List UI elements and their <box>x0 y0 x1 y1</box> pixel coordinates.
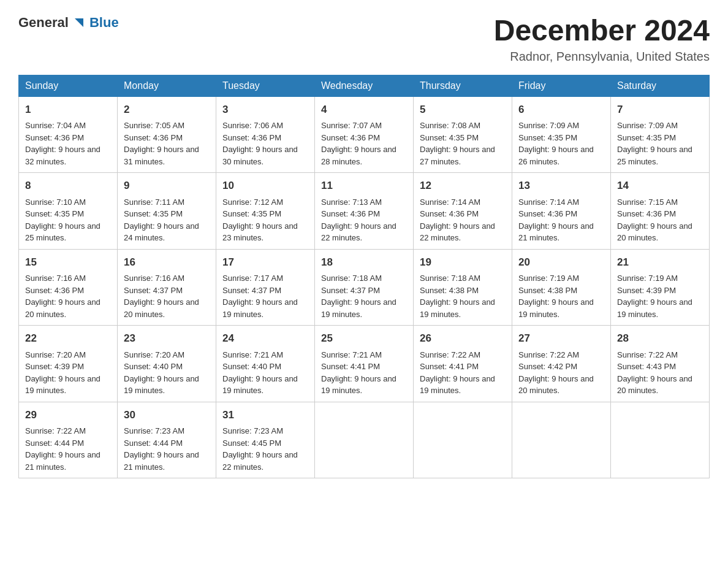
day-number: 5 <box>420 102 506 118</box>
sunset-label: Sunset: 4:42 PM <box>518 362 577 371</box>
daylight-label: Daylight: 9 hours and 22 minutes. <box>420 221 495 243</box>
page-title: December 2024 <box>494 15 710 47</box>
calendar-cell: 13 Sunrise: 7:14 AM Sunset: 4:36 PM Dayl… <box>512 173 611 250</box>
daylight-label: Daylight: 9 hours and 20 minutes. <box>25 297 100 319</box>
sunset-label: Sunset: 4:39 PM <box>617 286 676 295</box>
logo-blue-text: Blue <box>89 15 119 31</box>
sunrise-label: Sunrise: 7:22 AM <box>420 350 480 359</box>
calendar-cell: 21 Sunrise: 7:19 AM Sunset: 4:39 PM Dayl… <box>611 249 710 326</box>
sunset-label: Sunset: 4:43 PM <box>617 362 676 371</box>
subtitle: Radnor, Pennsylvania, United States <box>494 50 710 64</box>
daylight-label: Daylight: 9 hours and 31 minutes. <box>124 145 199 166</box>
day-number: 19 <box>420 255 506 270</box>
daylight-label: Daylight: 9 hours and 27 minutes. <box>420 145 495 166</box>
day-number: 11 <box>321 178 407 194</box>
day-number: 1 <box>25 102 111 118</box>
day-number: 14 <box>617 178 703 194</box>
sunset-label: Sunset: 4:35 PM <box>518 133 577 142</box>
header-wednesday: Wednesday <box>315 75 414 96</box>
day-number: 30 <box>124 407 210 423</box>
calendar-cell: 27 Sunrise: 7:22 AM Sunset: 4:42 PM Dayl… <box>512 326 611 402</box>
sunrise-label: Sunrise: 7:18 AM <box>420 274 480 283</box>
daylight-label: Daylight: 9 hours and 25 minutes. <box>25 221 100 243</box>
daylight-label: Daylight: 9 hours and 20 minutes. <box>617 374 692 396</box>
calendar-cell <box>414 402 512 478</box>
day-number: 2 <box>124 102 210 118</box>
calendar-cell: 8 Sunrise: 7:10 AM Sunset: 4:35 PM Dayli… <box>19 173 118 250</box>
calendar-cell: 24 Sunrise: 7:21 AM Sunset: 4:40 PM Dayl… <box>216 326 315 402</box>
day-number: 12 <box>420 178 506 194</box>
sunrise-label: Sunrise: 7:16 AM <box>25 274 86 283</box>
sunrise-label: Sunrise: 7:20 AM <box>124 350 184 359</box>
daylight-label: Daylight: 9 hours and 26 minutes. <box>518 145 594 166</box>
sunrise-label: Sunrise: 7:15 AM <box>617 197 678 207</box>
daylight-label: Daylight: 9 hours and 22 minutes. <box>222 450 298 472</box>
header-tuesday: Tuesday <box>216 75 315 96</box>
sunrise-label: Sunrise: 7:06 AM <box>222 121 283 130</box>
sunset-label: Sunset: 4:38 PM <box>518 286 577 295</box>
sunrise-label: Sunrise: 7:10 AM <box>25 197 86 207</box>
day-number: 10 <box>222 178 308 194</box>
sunset-label: Sunset: 4:40 PM <box>124 362 183 371</box>
sunrise-label: Sunrise: 7:18 AM <box>321 274 382 283</box>
calendar-cell <box>611 402 710 478</box>
week-row-2: 8 Sunrise: 7:10 AM Sunset: 4:35 PM Dayli… <box>19 173 710 250</box>
header-sunday: Sunday <box>19 75 118 96</box>
daylight-label: Daylight: 9 hours and 19 minutes. <box>124 374 199 396</box>
calendar-cell: 9 Sunrise: 7:11 AM Sunset: 4:35 PM Dayli… <box>118 173 216 250</box>
sunset-label: Sunset: 4:41 PM <box>321 362 380 371</box>
sunset-label: Sunset: 4:35 PM <box>617 133 676 142</box>
sunrise-label: Sunrise: 7:16 AM <box>124 274 184 283</box>
sunrise-label: Sunrise: 7:13 AM <box>321 197 382 207</box>
calendar-cell: 17 Sunrise: 7:17 AM Sunset: 4:37 PM Dayl… <box>216 249 315 326</box>
calendar-cell: 15 Sunrise: 7:16 AM Sunset: 4:36 PM Dayl… <box>19 249 118 326</box>
daylight-label: Daylight: 9 hours and 23 minutes. <box>222 221 298 243</box>
calendar-cell: 18 Sunrise: 7:18 AM Sunset: 4:37 PM Dayl… <box>315 249 414 326</box>
day-number: 29 <box>25 407 111 423</box>
week-row-4: 22 Sunrise: 7:20 AM Sunset: 4:39 PM Dayl… <box>19 326 710 402</box>
sunrise-label: Sunrise: 7:04 AM <box>25 121 86 130</box>
daylight-label: Daylight: 9 hours and 22 minutes. <box>321 221 396 243</box>
daylight-label: Daylight: 9 hours and 19 minutes. <box>420 374 495 396</box>
sunrise-label: Sunrise: 7:11 AM <box>124 197 184 207</box>
header-monday: Monday <box>118 75 216 96</box>
week-row-5: 29 Sunrise: 7:22 AM Sunset: 4:44 PM Dayl… <box>19 402 710 478</box>
daylight-label: Daylight: 9 hours and 19 minutes. <box>222 374 298 396</box>
day-number: 22 <box>25 331 111 347</box>
daylight-label: Daylight: 9 hours and 19 minutes. <box>518 297 594 319</box>
sunset-label: Sunset: 4:41 PM <box>420 362 479 371</box>
calendar-cell: 2 Sunrise: 7:05 AM Sunset: 4:36 PM Dayli… <box>118 96 216 173</box>
logo-general-text: General <box>18 15 69 31</box>
sunset-label: Sunset: 4:37 PM <box>124 286 183 295</box>
calendar-header-row: SundayMondayTuesdayWednesdayThursdayFrid… <box>19 75 710 96</box>
sunset-label: Sunset: 4:35 PM <box>420 133 479 142</box>
sunset-label: Sunset: 4:44 PM <box>25 439 84 448</box>
calendar-cell: 16 Sunrise: 7:16 AM Sunset: 4:37 PM Dayl… <box>118 249 216 326</box>
day-number: 25 <box>321 331 407 347</box>
daylight-label: Daylight: 9 hours and 19 minutes. <box>420 297 495 319</box>
calendar-cell: 6 Sunrise: 7:09 AM Sunset: 4:35 PM Dayli… <box>512 96 611 173</box>
sunrise-label: Sunrise: 7:21 AM <box>222 350 283 359</box>
sunrise-label: Sunrise: 7:20 AM <box>25 350 86 359</box>
sunset-label: Sunset: 4:35 PM <box>222 209 281 218</box>
calendar-cell: 25 Sunrise: 7:21 AM Sunset: 4:41 PM Dayl… <box>315 326 414 402</box>
sunrise-label: Sunrise: 7:09 AM <box>518 121 579 130</box>
sunset-label: Sunset: 4:45 PM <box>222 439 281 448</box>
daylight-label: Daylight: 9 hours and 24 minutes. <box>124 221 199 243</box>
calendar-cell: 22 Sunrise: 7:20 AM Sunset: 4:39 PM Dayl… <box>19 326 118 402</box>
sunset-label: Sunset: 4:36 PM <box>518 209 577 218</box>
sunset-label: Sunset: 4:36 PM <box>617 209 676 218</box>
header-thursday: Thursday <box>414 75 512 96</box>
sunset-label: Sunset: 4:36 PM <box>25 286 84 295</box>
day-number: 8 <box>25 178 111 194</box>
daylight-label: Daylight: 9 hours and 21 minutes. <box>518 221 594 243</box>
logo: General Blue <box>18 15 119 31</box>
sunrise-label: Sunrise: 7:19 AM <box>518 274 579 283</box>
day-number: 28 <box>617 331 703 347</box>
calendar-cell: 14 Sunrise: 7:15 AM Sunset: 4:36 PM Dayl… <box>611 173 710 250</box>
day-number: 13 <box>518 178 604 194</box>
sunrise-label: Sunrise: 7:22 AM <box>518 350 579 359</box>
svg-marker-0 <box>75 18 83 27</box>
sunrise-label: Sunrise: 7:22 AM <box>617 350 678 359</box>
sunrise-label: Sunrise: 7:14 AM <box>518 197 579 207</box>
